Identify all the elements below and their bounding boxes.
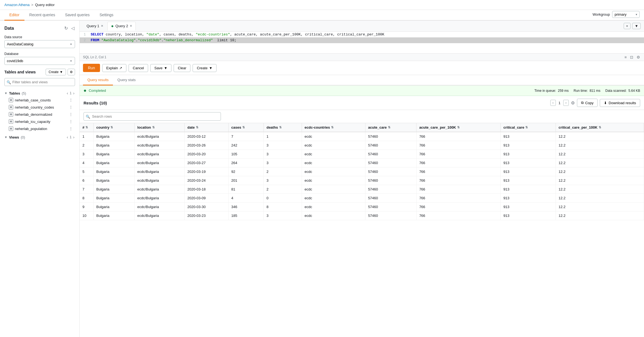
tables-toggle-icon: ▼: [4, 92, 7, 95]
results-settings-button[interactable]: ⚙: [571, 100, 575, 106]
table-menu-icon[interactable]: ⋮: [68, 126, 74, 131]
copy-button[interactable]: ⧉ Copy: [577, 99, 598, 107]
table-cell: 6: [80, 176, 93, 185]
tables-section-header[interactable]: ▼ Tables (5) ‹ 1 ›: [4, 90, 75, 96]
workgroup-select[interactable]: primary: [612, 11, 640, 18]
table-cell: 913: [501, 185, 556, 194]
cancel-button[interactable]: Cancel: [129, 64, 148, 72]
add-query-button[interactable]: +: [624, 23, 631, 29]
refresh-icon[interactable]: ↻: [64, 25, 68, 31]
collapse-icon[interactable]: ◁: [71, 25, 75, 31]
code-editor[interactable]: 1 SELECT country, location, "date", case…: [80, 32, 644, 54]
code-content-2: FROM "AwsDataCatalog"."covid19db"."neher…: [88, 38, 644, 42]
tables-page: 1: [70, 91, 72, 95]
table-cell: 57460: [365, 159, 416, 167]
tables-next-btn[interactable]: ›: [73, 91, 75, 95]
views-prev-btn[interactable]: ‹: [66, 135, 69, 139]
col-header-acute-care: acute_care⇅: [365, 123, 416, 132]
query-tab-1-close[interactable]: ✕: [101, 24, 103, 28]
search-rows-input[interactable]: [84, 112, 221, 121]
table-item-neherlab-country-codes[interactable]: ⊞ neherlab_country_codes ⋮: [8, 104, 75, 111]
table-row: 1Bulgariaecdc/Bulgaria2020-03-1271ecdc57…: [80, 132, 644, 141]
sort-icon-deaths[interactable]: ⇅: [279, 126, 282, 129]
result-tab-query-stats[interactable]: Query stats: [113, 75, 140, 85]
result-tab-query-results[interactable]: Query results: [83, 75, 113, 85]
time-in-queue-metric: Time in queue: 259 ms: [534, 89, 569, 93]
table-cell: 57460: [365, 167, 416, 176]
table-menu-icon[interactable]: ⋮: [68, 112, 74, 117]
tab-saved-queries[interactable]: Saved queries: [60, 10, 95, 21]
table-cell: 766: [416, 194, 500, 203]
table-item-neherlab-case-counts[interactable]: ⊞ neherlab_case_counts ⋮: [8, 96, 75, 104]
col-header-country: country⇅: [93, 123, 134, 132]
col-header-cases: cases⇅: [228, 123, 263, 132]
sort-icon-acute-care[interactable]: ⇅: [388, 126, 390, 129]
sidebar-icons: ↻ ◁: [64, 25, 75, 31]
table-cell: 3: [263, 141, 302, 150]
table-item-neherlab-denormalized[interactable]: ⊞ neherlab_denormalized ⋮: [8, 111, 75, 118]
table-menu-icon[interactable]: ⋮: [68, 105, 74, 109]
table-item-neherlab-population[interactable]: ⊞ neherlab_population ⋮: [8, 125, 75, 132]
table-cell: 7: [228, 132, 263, 141]
clear-button[interactable]: Clear: [174, 64, 190, 72]
save-button[interactable]: Save ▼: [150, 64, 172, 72]
fullscreen-icon[interactable]: ⊡: [629, 54, 634, 60]
table-cell: 3: [263, 150, 302, 159]
tables-prev-btn[interactable]: ‹: [66, 91, 69, 95]
format-icon[interactable]: ≡: [624, 54, 627, 60]
data-scanned-metric: Data scanned: 5.64 KB: [605, 89, 640, 93]
results-actions: ‹ 1 › ⚙ ⧉ Copy ⬇ Download results: [550, 99, 640, 107]
query-tab-1[interactable]: Query 1 ✕: [83, 22, 107, 30]
settings-icon[interactable]: ⚙: [636, 54, 641, 60]
create-table-button[interactable]: Create ▼: [46, 69, 66, 75]
tables-pagination: ‹ 1 ›: [66, 91, 75, 95]
breadcrumb: Amazon Athena > Query editor: [4, 3, 55, 7]
table-menu-icon[interactable]: ⋮: [68, 119, 74, 124]
sort-icon-cases[interactable]: ⇅: [242, 126, 245, 129]
filter-tables-input[interactable]: [4, 78, 75, 86]
table-cell: 57460: [365, 150, 416, 159]
sort-icon-country[interactable]: ⇅: [110, 126, 113, 129]
create-button[interactable]: Create ▼: [193, 64, 216, 72]
query-tabs-menu-button[interactable]: ▼: [632, 23, 641, 29]
table-cell: 913: [501, 132, 556, 141]
tab-recent-queries[interactable]: Recent queries: [24, 10, 60, 21]
tables-settings-button[interactable]: ⚙: [68, 69, 75, 75]
sort-icon-ecdc[interactable]: ⇅: [331, 126, 334, 129]
col-header-critical-care: critical_care⇅: [501, 123, 556, 132]
table-menu-icon[interactable]: ⋮: [68, 98, 74, 102]
table-cell: Bulgaria: [93, 167, 134, 176]
sort-icon-location[interactable]: ⇅: [152, 126, 155, 129]
tab-editor[interactable]: Editor: [4, 10, 24, 21]
views-next-btn[interactable]: ›: [73, 135, 75, 139]
col-header-date: date⇅: [184, 123, 228, 132]
explain-button[interactable]: Explain ↗: [102, 64, 127, 72]
sort-icon-critical-care[interactable]: ⇅: [525, 126, 528, 129]
database-select[interactable]: covid19db: [4, 57, 75, 65]
table-cell: 2020-03-24: [184, 176, 228, 185]
sort-icon-num[interactable]: ⇅: [85, 126, 88, 129]
brand-link[interactable]: Amazon Athena: [4, 3, 30, 7]
table-row: 10Bulgariaecdc/Bulgaria2020-03-231853ecd…: [80, 211, 644, 220]
views-section-header[interactable]: ▼ Views (0) ‹ 1 ›: [4, 134, 75, 140]
table-cell: Bulgaria: [93, 159, 134, 167]
sort-icon-date[interactable]: ⇅: [196, 126, 198, 129]
query-tab-2-close[interactable]: ✕: [130, 24, 132, 28]
table-item-neherlab-icu-capacity[interactable]: ⊞ neherlab_icu_capacity ⋮: [8, 118, 75, 125]
tab-settings[interactable]: Settings: [95, 10, 118, 21]
editor-icons: ≡ ⊡ ⚙: [624, 54, 641, 60]
table-cell: 12.2: [556, 211, 644, 220]
run-time-metric: Run time: 811 ms: [574, 89, 600, 93]
query-tab-2[interactable]: ● Query 2 ✕: [107, 22, 136, 31]
next-page-button[interactable]: ›: [563, 100, 569, 106]
run-button[interactable]: Run: [83, 64, 100, 72]
table-cell: 92: [228, 167, 263, 176]
prev-page-button[interactable]: ‹: [550, 100, 556, 106]
table-cell: 766: [416, 203, 500, 211]
editor-area: Query 1 ✕ ● Query 2 ✕ + ▼ 1 SELECT count…: [80, 21, 644, 337]
sort-icon-critical-care-100k[interactable]: ⇅: [599, 126, 601, 129]
download-results-button[interactable]: ⬇ Download results: [600, 99, 640, 107]
table-cell: Bulgaria: [93, 150, 134, 159]
data-source-select[interactable]: AwsDataCatalog: [4, 40, 75, 48]
sort-icon-acute-care-100k[interactable]: ⇅: [457, 126, 460, 129]
